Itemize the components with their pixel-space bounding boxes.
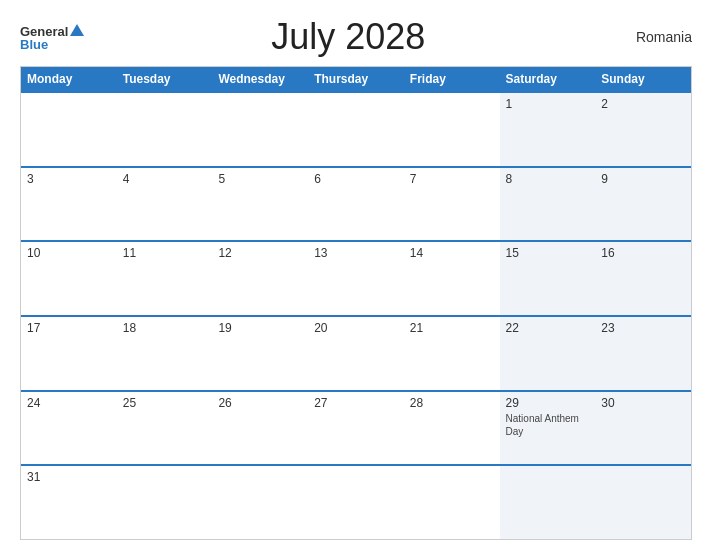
calendar-cell <box>212 93 308 166</box>
day-number: 22 <box>506 321 590 335</box>
calendar-cell <box>21 93 117 166</box>
col-header-sunday: Sunday <box>595 67 691 91</box>
calendar-cell <box>212 466 308 539</box>
calendar-cell: 3 <box>21 168 117 241</box>
page-header: General Blue July 2028 Romania <box>20 16 692 58</box>
day-number: 14 <box>410 246 494 260</box>
calendar-cell <box>117 93 213 166</box>
calendar-cell: 16 <box>595 242 691 315</box>
calendar-cell <box>117 466 213 539</box>
calendar-cell: 22 <box>500 317 596 390</box>
logo-blue-text: Blue <box>20 38 48 51</box>
day-number: 28 <box>410 396 494 410</box>
calendar-cell: 13 <box>308 242 404 315</box>
calendar-cell: 12 <box>212 242 308 315</box>
calendar-cell: 7 <box>404 168 500 241</box>
day-number: 3 <box>27 172 111 186</box>
calendar-grid: Monday Tuesday Wednesday Thursday Friday… <box>20 66 692 540</box>
day-number: 11 <box>123 246 207 260</box>
day-number: 19 <box>218 321 302 335</box>
day-number: 13 <box>314 246 398 260</box>
col-header-tuesday: Tuesday <box>117 67 213 91</box>
calendar-cell: 11 <box>117 242 213 315</box>
day-number: 24 <box>27 396 111 410</box>
day-number: 2 <box>601 97 685 111</box>
col-header-saturday: Saturday <box>500 67 596 91</box>
calendar-cell: 25 <box>117 392 213 465</box>
day-number: 25 <box>123 396 207 410</box>
calendar-row: 12 <box>21 91 691 166</box>
calendar-body: 1234567891011121314151617181920212223242… <box>21 91 691 539</box>
calendar-cell: 5 <box>212 168 308 241</box>
logo-triangle-icon <box>70 24 84 36</box>
calendar-cell: 4 <box>117 168 213 241</box>
day-number: 15 <box>506 246 590 260</box>
calendar-cell: 29National Anthem Day <box>500 392 596 465</box>
day-number: 27 <box>314 396 398 410</box>
calendar-row: 3456789 <box>21 166 691 241</box>
calendar-cell: 18 <box>117 317 213 390</box>
logo: General Blue <box>20 24 84 51</box>
calendar-cell: 9 <box>595 168 691 241</box>
logo-general-text: General <box>20 25 68 38</box>
day-number: 26 <box>218 396 302 410</box>
calendar-cell: 2 <box>595 93 691 166</box>
calendar-cell <box>308 466 404 539</box>
calendar-cell: 10 <box>21 242 117 315</box>
calendar-page: General Blue July 2028 Romania Monday Tu… <box>0 0 712 550</box>
day-number: 20 <box>314 321 398 335</box>
calendar-cell <box>595 466 691 539</box>
day-number: 12 <box>218 246 302 260</box>
day-number: 9 <box>601 172 685 186</box>
calendar-cell: 14 <box>404 242 500 315</box>
calendar-cell: 27 <box>308 392 404 465</box>
day-number: 5 <box>218 172 302 186</box>
day-number: 17 <box>27 321 111 335</box>
day-number: 29 <box>506 396 590 410</box>
calendar-cell <box>500 466 596 539</box>
calendar-cell: 6 <box>308 168 404 241</box>
calendar-cell: 26 <box>212 392 308 465</box>
calendar-row: 242526272829National Anthem Day30 <box>21 390 691 465</box>
calendar-cell: 20 <box>308 317 404 390</box>
calendar-cell <box>404 466 500 539</box>
calendar-row: 31 <box>21 464 691 539</box>
calendar-cell: 28 <box>404 392 500 465</box>
day-number: 18 <box>123 321 207 335</box>
col-header-wednesday: Wednesday <box>212 67 308 91</box>
calendar-cell: 24 <box>21 392 117 465</box>
day-number: 16 <box>601 246 685 260</box>
day-number: 8 <box>506 172 590 186</box>
logo-icon-wrap: General Blue <box>20 24 84 51</box>
calendar-cell <box>308 93 404 166</box>
day-number: 30 <box>601 396 685 410</box>
calendar-cell <box>404 93 500 166</box>
calendar-cell: 31 <box>21 466 117 539</box>
day-number: 21 <box>410 321 494 335</box>
calendar-cell: 1 <box>500 93 596 166</box>
calendar-cell: 19 <box>212 317 308 390</box>
country-label: Romania <box>612 29 692 45</box>
calendar-cell: 15 <box>500 242 596 315</box>
calendar-cell: 17 <box>21 317 117 390</box>
calendar-row: 17181920212223 <box>21 315 691 390</box>
day-number: 10 <box>27 246 111 260</box>
day-number: 4 <box>123 172 207 186</box>
col-header-friday: Friday <box>404 67 500 91</box>
calendar-row: 10111213141516 <box>21 240 691 315</box>
calendar-cell: 21 <box>404 317 500 390</box>
event-label: National Anthem Day <box>506 412 590 438</box>
day-number: 31 <box>27 470 111 484</box>
col-header-monday: Monday <box>21 67 117 91</box>
day-number: 7 <box>410 172 494 186</box>
calendar-cell: 30 <box>595 392 691 465</box>
page-title: July 2028 <box>84 16 612 58</box>
col-header-thursday: Thursday <box>308 67 404 91</box>
day-number: 1 <box>506 97 590 111</box>
calendar-cell: 8 <box>500 168 596 241</box>
calendar-header-row: Monday Tuesday Wednesday Thursday Friday… <box>21 67 691 91</box>
calendar-cell: 23 <box>595 317 691 390</box>
day-number: 6 <box>314 172 398 186</box>
day-number: 23 <box>601 321 685 335</box>
